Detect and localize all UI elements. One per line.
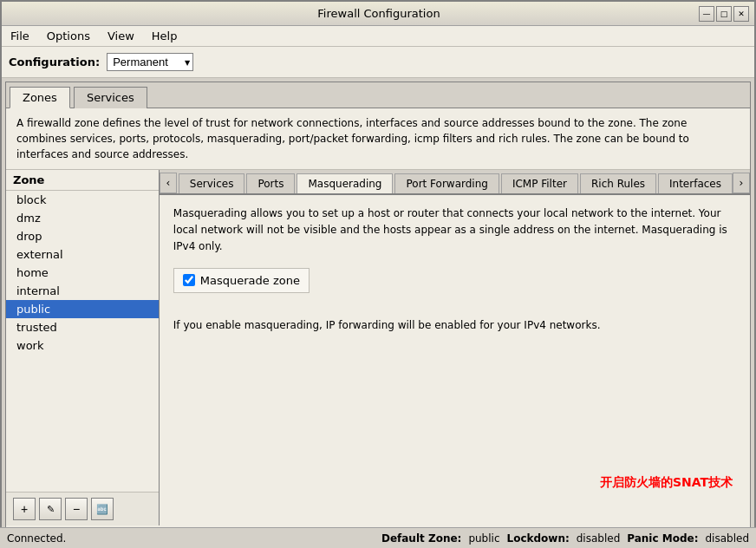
menu-options[interactable]: Options: [42, 28, 95, 44]
status-info: Default Zone: public Lockdown: disabled …: [69, 532, 749, 545]
zone-item[interactable]: work: [6, 336, 159, 355]
zone-header: Zone: [6, 170, 159, 191]
subtabs-next-button[interactable]: ›: [733, 173, 750, 193]
menu-help[interactable]: Help: [147, 28, 183, 44]
panic-mode-value: disabled: [705, 532, 749, 545]
masquerade-checkbox-label[interactable]: Masquerade zone: [173, 268, 310, 293]
minimize-button[interactable]: —: [699, 6, 714, 22]
config-select[interactable]: Permanent Runtime: [107, 53, 193, 71]
statusbar: Connected. Default Zone: public Lockdown…: [0, 527, 756, 548]
zone-toolbar: + ✎ − 🔤: [6, 492, 159, 525]
maximize-button[interactable]: □: [716, 6, 732, 22]
masquerade-description1: Masquerading allows you to set up a host…: [173, 206, 736, 256]
zone-item[interactable]: external: [6, 245, 159, 264]
subtab-rich-rules[interactable]: Rich Rules: [580, 173, 656, 193]
default-zone-label: Default Zone:: [381, 532, 461, 545]
edit-zone-button[interactable]: ✎: [39, 498, 62, 520]
menu-view[interactable]: View: [102, 28, 140, 44]
tab-services[interactable]: Services: [74, 87, 147, 108]
subtab-icmp-filter[interactable]: ICMP Filter: [501, 173, 578, 193]
zone-item[interactable]: home: [6, 264, 159, 282]
default-zone-value: public: [468, 532, 499, 545]
config-label: Configuration:: [9, 55, 100, 68]
masquerade-description2: If you enable masquerading, IP forwardin…: [173, 317, 736, 334]
titlebar: Firewall Configuration — □ ✕: [2, 2, 754, 26]
zone-item[interactable]: trusted: [6, 318, 159, 336]
menubar: File Options View Help: [2, 26, 754, 47]
toolbar: Configuration: Permanent Runtime: [2, 47, 754, 78]
subtabs-container: Services Ports Masquerading Port Forward…: [177, 173, 733, 193]
rename-zone-button[interactable]: 🔤: [91, 498, 114, 520]
split-container: Zone block dmz drop external home intern…: [6, 170, 750, 525]
subtabs-wrapper: ‹ Services Ports Masquerading Port Forwa…: [160, 170, 750, 195]
subtab-port-forwarding[interactable]: Port Forwarding: [394, 173, 499, 193]
zone-item[interactable]: internal: [6, 282, 159, 300]
body: Zones Services A firewalld zone defines …: [2, 78, 754, 546]
subtab-interfaces[interactable]: Interfaces: [658, 173, 733, 193]
remove-zone-button[interactable]: −: [65, 498, 88, 520]
menu-file[interactable]: File: [5, 28, 35, 44]
window-title: Firewall Configuration: [59, 7, 699, 20]
config-select-wrapper: Permanent Runtime: [107, 53, 193, 71]
masquerade-checkbox-container: Masquerade zone: [173, 268, 736, 305]
zone-list: block dmz drop external home internal pu…: [6, 191, 159, 492]
lockdown-value: disabled: [577, 532, 621, 545]
add-zone-button[interactable]: +: [13, 498, 36, 520]
subtabs-prev-button[interactable]: ‹: [160, 173, 177, 193]
right-panel: ‹ Services Ports Masquerading Port Forwa…: [160, 170, 750, 525]
subtab-services[interactable]: Services: [179, 173, 245, 193]
zone-panel: Zone block dmz drop external home intern…: [6, 170, 160, 525]
close-button[interactable]: ✕: [733, 6, 749, 22]
main-window: Firewall Configuration — □ ✕ File Option…: [0, 0, 756, 548]
watermark: 开启防火墙的SNAT技术: [600, 475, 733, 491]
window-controls: — □ ✕: [699, 6, 749, 22]
zone-item[interactable]: dmz: [6, 209, 159, 227]
zone-item[interactable]: block: [6, 191, 159, 209]
masquerade-zone-label: Masquerade zone: [200, 274, 300, 287]
outer-panel: Zones Services A firewalld zone defines …: [5, 82, 751, 543]
zone-description: A firewalld zone defines the level of tr…: [6, 108, 750, 170]
status-connected: Connected.: [7, 532, 66, 545]
panic-mode-label: Panic Mode:: [627, 532, 698, 545]
main-tabs: Zones Services: [6, 82, 750, 108]
tab-zones[interactable]: Zones: [10, 87, 70, 108]
zone-item[interactable]: drop: [6, 227, 159, 245]
masquerade-content: Masquerading allows you to set up a host…: [160, 195, 750, 525]
masquerade-checkbox[interactable]: [183, 274, 195, 286]
zone-item-public[interactable]: public: [6, 300, 159, 318]
subtab-masquerading[interactable]: Masquerading: [297, 173, 393, 193]
subtab-ports[interactable]: Ports: [246, 173, 295, 193]
lockdown-label: Lockdown:: [506, 532, 569, 545]
